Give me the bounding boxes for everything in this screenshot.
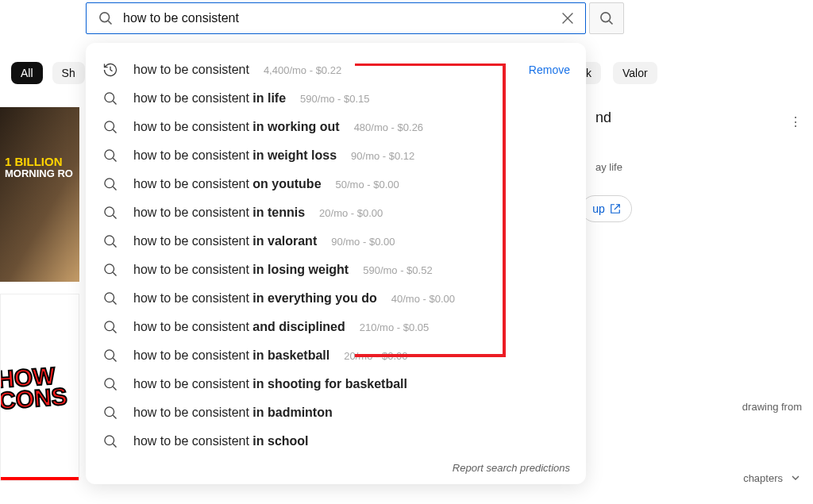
suggestion-item[interactable]: how to be consistent in basketball20/mo … xyxy=(86,341,586,370)
suggestion-text: how to be consistent in school xyxy=(133,434,309,448)
more-menu-icon[interactable]: ⋮ xyxy=(789,114,802,129)
suggestion-item[interactable]: how to be consistent in working out480/m… xyxy=(86,113,586,141)
suggestion-item[interactable]: how to be consistent on youtube50/mo - $… xyxy=(86,170,586,198)
chip-item[interactable]: Valor xyxy=(613,62,657,84)
suggestion-item[interactable]: how to be consistent in school xyxy=(86,427,586,456)
suggestion-text: how to be consistent in badminton xyxy=(133,406,333,420)
svg-line-19 xyxy=(113,272,116,275)
svg-line-13 xyxy=(113,187,116,190)
thumbnail-text: 1 BILLION xyxy=(5,155,73,168)
video-description: ay life xyxy=(595,161,802,173)
svg-line-25 xyxy=(113,358,116,361)
signup-chip[interactable]: up xyxy=(581,195,632,222)
svg-point-4 xyxy=(601,13,611,22)
external-link-icon xyxy=(610,203,621,214)
history-icon xyxy=(102,61,119,79)
svg-point-12 xyxy=(105,179,114,188)
search-icon xyxy=(98,10,114,26)
svg-line-7 xyxy=(113,101,116,104)
video-title[interactable]: nd xyxy=(595,110,802,126)
thumbnail-text: HOW CONS xyxy=(0,364,79,412)
search-icon xyxy=(102,261,119,279)
suggestion-item[interactable]: how to be consistent and disciplined210/… xyxy=(86,313,586,341)
search-box[interactable] xyxy=(86,2,586,34)
search-icon xyxy=(102,118,119,136)
video-thumbnail[interactable]: HOW CONS xyxy=(0,294,79,481)
thumbnail-text: MORNING RO xyxy=(5,168,73,179)
search-icon xyxy=(102,233,119,250)
svg-line-23 xyxy=(113,329,116,333)
svg-line-9 xyxy=(113,129,116,133)
svg-point-28 xyxy=(105,407,114,417)
suggestion-stats: 50/mo - $0.00 xyxy=(336,179,399,190)
svg-point-24 xyxy=(105,350,114,360)
suggestion-item[interactable]: how to be consistent in everything you d… xyxy=(86,284,586,313)
suggestion-text: how to be consistent on youtube xyxy=(133,177,322,191)
suggestion-stats: 40/mo - $0.00 xyxy=(391,293,455,305)
svg-line-15 xyxy=(113,215,116,218)
svg-point-8 xyxy=(105,121,114,131)
suggestion-stats: 20/mo - $0.00 xyxy=(319,207,383,219)
svg-point-26 xyxy=(105,379,114,388)
search-icon xyxy=(102,90,119,107)
svg-line-17 xyxy=(113,244,116,247)
svg-point-30 xyxy=(105,436,114,445)
suggestion-text: how to be consistent xyxy=(133,63,249,77)
suggestion-text: how to be consistent in valorant xyxy=(133,234,317,248)
chapters-toggle[interactable]: chapters xyxy=(743,471,802,484)
suggestion-text: how to be consistent in working out xyxy=(133,120,340,134)
video-thumbnail[interactable]: 1 BILLION MORNING RO xyxy=(0,107,79,282)
suggestion-item[interactable]: how to be consistent in life590/mo - $0.… xyxy=(86,84,586,113)
svg-line-21 xyxy=(113,301,116,304)
search-submit-button[interactable] xyxy=(589,2,624,34)
suggestion-item[interactable]: how to be consistent in valorant90/mo - … xyxy=(86,227,586,256)
svg-point-10 xyxy=(105,150,114,160)
suggestion-stats: 210/mo - $0.05 xyxy=(360,321,429,333)
remove-suggestion-link[interactable]: Remove xyxy=(529,63,570,76)
suggestion-stats: 480/mo - $0.26 xyxy=(354,121,423,133)
suggestion-item[interactable]: how to be consistent in tennis20/mo - $0… xyxy=(86,198,586,227)
search-suggestions-dropdown: how to be consistent4,400/mo - $0.22Remo… xyxy=(86,43,586,484)
chip-all[interactable]: All xyxy=(11,62,43,84)
search-icon xyxy=(102,318,119,336)
suggestion-item[interactable]: how to be consistent4,400/mo - $0.22Remo… xyxy=(86,56,586,84)
suggestion-text: how to be consistent in life xyxy=(133,91,286,106)
suggestion-item[interactable]: how to be consistent in shooting for bas… xyxy=(86,370,586,398)
report-predictions-link[interactable]: Report search predictions xyxy=(453,462,570,474)
suggestion-text: how to be consistent in weight loss xyxy=(133,148,337,163)
svg-point-6 xyxy=(105,93,114,102)
svg-line-27 xyxy=(113,387,116,390)
chip-item[interactable]: Sh xyxy=(52,62,85,84)
svg-line-5 xyxy=(609,21,612,24)
suggestion-stats: 4,400/mo - $0.22 xyxy=(264,64,341,76)
suggestion-text: how to be consistent in shooting for bas… xyxy=(133,377,407,391)
search-icon xyxy=(102,147,119,164)
suggestion-stats: 90/mo - $0.12 xyxy=(351,150,414,162)
search-icon xyxy=(102,204,119,221)
suggestion-stats: 590/mo - $0.15 xyxy=(300,93,369,105)
suggestion-item[interactable]: how to be consistent in losing weight590… xyxy=(86,256,586,284)
suggestion-text: how to be consistent and disciplined xyxy=(133,320,345,334)
svg-line-31 xyxy=(113,444,116,447)
suggestion-stats: 90/mo - $0.00 xyxy=(331,236,395,248)
chapters-label: chapters xyxy=(743,472,783,484)
svg-point-14 xyxy=(105,207,114,217)
svg-line-1 xyxy=(108,21,111,24)
svg-point-20 xyxy=(105,293,114,302)
search-input[interactable] xyxy=(123,11,557,25)
suggestion-item[interactable]: how to be consistent in weight loss90/mo… xyxy=(86,141,586,170)
svg-line-29 xyxy=(113,415,116,418)
clear-search-button[interactable] xyxy=(557,7,579,29)
search-icon xyxy=(102,404,119,421)
svg-point-16 xyxy=(105,236,114,245)
suggestion-stats: 590/mo - $0.52 xyxy=(363,264,432,276)
search-icon xyxy=(102,347,119,364)
progress-bar xyxy=(1,477,79,480)
chevron-down-icon xyxy=(789,471,802,484)
video-description: drawing from xyxy=(742,401,802,413)
search-icon xyxy=(102,375,119,393)
signup-label: up xyxy=(592,202,605,215)
search-icon xyxy=(102,290,119,307)
suggestion-item[interactable]: how to be consistent in badminton xyxy=(86,398,586,427)
svg-line-11 xyxy=(113,158,116,161)
